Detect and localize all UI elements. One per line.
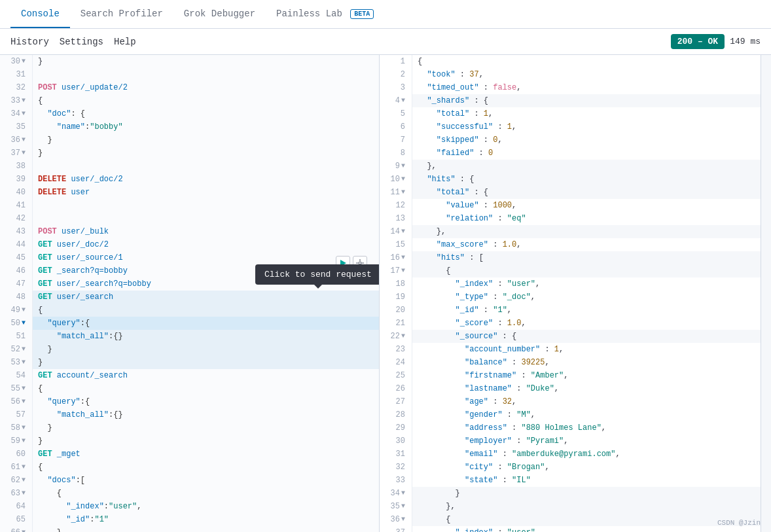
out-line-11: "total" : { [412, 186, 761, 199]
code-line-52: } [33, 343, 379, 356]
out-line-30: "employer" : "Pyrami", [412, 434, 761, 448]
line-number-37: 37▼ [5, 147, 28, 160]
run-button[interactable] [336, 256, 350, 270]
out-line-num-21: 21 [385, 317, 408, 330]
out-line-22: "_source" : { [412, 330, 761, 343]
line-number-44: 44 [5, 238, 28, 251]
line-number-46: 46 [5, 264, 28, 277]
wrench-button[interactable] [353, 256, 367, 270]
line-number-63: 63▼ [5, 487, 28, 500]
line-number-62: 62▼ [5, 474, 28, 487]
line-number-39: 39 [5, 173, 28, 186]
code-line-49: { [33, 304, 379, 317]
code-line-47: GET user/_search?q=bobby [33, 277, 379, 291]
tab-search-profiler[interactable]: Search Profiler [70, 1, 173, 28]
out-line-28: "gender" : "M", [412, 408, 761, 421]
out-line-5: "total" : 1, [412, 107, 761, 120]
out-line-20: "_id" : "1", [412, 304, 761, 317]
code-line-39: DELETE user/_doc/2 [33, 173, 379, 186]
response-time: 149 ms [730, 37, 761, 46]
out-line-12: "value" : 1000, [412, 199, 761, 212]
output-content: { "took" : 37, "timed_out" : false, "_sh… [412, 55, 761, 532]
out-line-29: "address" : "880 Holmes Lane", [412, 421, 761, 434]
code-line-41 [33, 199, 379, 212]
code-line-36: } [33, 133, 379, 147]
help-button[interactable]: Help [114, 37, 136, 47]
out-line-num-16: 16▼ [385, 251, 408, 264]
line-number-65: 65 [5, 513, 28, 526]
line-number-48: 48 [5, 291, 28, 304]
out-line-num-28: 28 [385, 408, 408, 421]
line-number-64: 64 [5, 500, 28, 513]
secondary-nav-left: History Settings Help [10, 37, 136, 47]
line-number-38: 38 [5, 160, 28, 173]
out-line-32: "city" : "Brogan", [412, 461, 761, 474]
code-line-43: POST user/_bulk [33, 225, 379, 238]
out-line-num-1: 1 [385, 55, 408, 68]
code-line-60: GET _mget [33, 448, 379, 461]
out-line-26: "lastname" : "Duke", [412, 382, 761, 395]
out-line-num-35: 35▼ [385, 500, 408, 513]
out-line-num-37: 37 [385, 526, 408, 532]
svg-point-1 [359, 262, 361, 264]
code-line-58: } [33, 421, 379, 434]
out-line-1: { [412, 55, 761, 68]
out-line-num-20: 20 [385, 304, 408, 317]
line-number-31: 31 [5, 68, 28, 81]
editor-content[interactable]: } POST user/_update/2 { "doc": { "name":… [33, 55, 379, 532]
status-badge: 200 – OK [671, 34, 725, 49]
line-number-56: 56▼ [5, 395, 28, 408]
output-panel: 1 2 3 4▼ 5 6 7 8 9▼ 10▼ 11▼ 12 13 14▼ 15… [380, 55, 771, 532]
code-line-51: "match_all":{} [33, 330, 379, 343]
out-line-9: }, [412, 160, 761, 173]
out-line-17: { [412, 264, 761, 277]
tab-painless-lab[interactable]: Painless Lab BETA [266, 1, 384, 28]
out-line-num-9: 9▼ [385, 160, 408, 173]
out-line-num-13: 13 [385, 212, 408, 225]
tab-console[interactable]: Console [10, 1, 70, 28]
main-area: 30▼ 31 32 33▼ 34▼ 35 36▼ 37▼ 38 39 40 41… [0, 55, 771, 532]
out-line-num-30: 30 [385, 434, 408, 448]
line-number-43: 43 [5, 225, 28, 238]
code-line-32: POST user/_update/2 [33, 81, 379, 94]
line-number-34: 34▼ [5, 107, 28, 120]
code-line-59: } [33, 434, 379, 448]
out-line-num-10: 10▼ [385, 173, 408, 186]
action-buttons [336, 256, 367, 270]
line-number-57: 57 [5, 408, 28, 421]
out-line-6: "successful" : 1, [412, 120, 761, 133]
line-number-33: 33▼ [5, 94, 28, 107]
out-line-num-15: 15 [385, 238, 408, 251]
line-number-36: 36▼ [5, 133, 28, 147]
out-line-23: "account_number" : 1, [412, 343, 761, 356]
out-line-num-25: 25 [385, 369, 408, 382]
line-number-45: 45 [5, 251, 28, 264]
out-line-10: "hits" : { [412, 173, 761, 186]
top-navigation: Console Search Profiler Grok Debugger Pa… [0, 0, 771, 29]
out-line-num-33: 33 [385, 474, 408, 487]
line-number-53: 53▼ [5, 356, 28, 369]
code-line-34: "doc": { [33, 107, 379, 120]
out-line-13: "relation" : "eq" [412, 212, 761, 225]
tab-grok-debugger[interactable]: Grok Debugger [173, 1, 266, 28]
line-number-40: 40 [5, 186, 28, 199]
line-number-58: 58▼ [5, 421, 28, 434]
out-line-num-5: 5 [385, 107, 408, 120]
history-button[interactable]: History [10, 37, 49, 47]
out-line-21: "_score" : 1.0, [412, 317, 761, 330]
settings-button[interactable]: Settings [60, 37, 103, 47]
out-line-num-14: 14▼ [385, 225, 408, 238]
out-line-num-36: 36▼ [385, 513, 408, 526]
status-area: 200 – OK 149 ms [671, 34, 761, 49]
out-line-num-32: 32 [385, 461, 408, 474]
panel-resize-handle[interactable]: ⋮ [375, 55, 379, 532]
code-line-48: GET user/_search [33, 291, 379, 304]
code-line-62: "docs":[ [33, 474, 379, 487]
line-number-59: 59▼ [5, 434, 28, 448]
code-line-55: { [33, 382, 379, 395]
output-scrollbar[interactable] [761, 55, 771, 532]
code-line-57: "match_all":{} [33, 408, 379, 421]
out-line-num-26: 26 [385, 382, 408, 395]
code-line-46: GET _search?q=bobby [33, 264, 379, 277]
out-line-33: "state" : "IL" [412, 474, 761, 487]
